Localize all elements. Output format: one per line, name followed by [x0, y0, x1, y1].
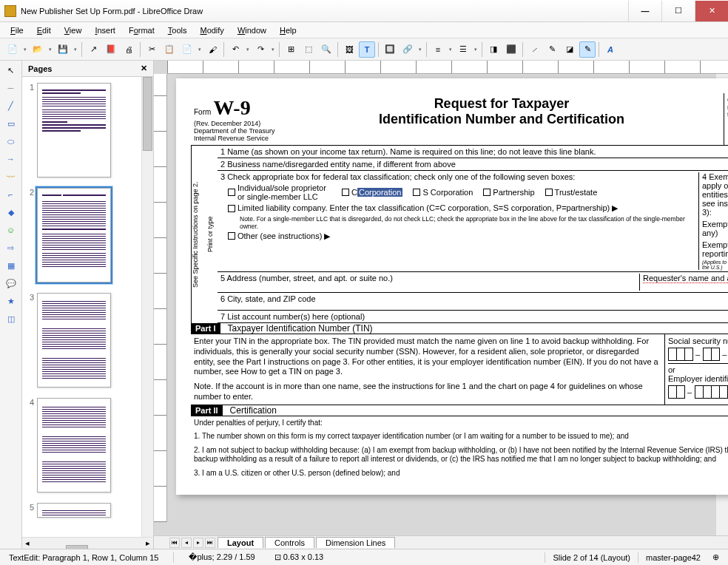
new-dropdown[interactable]: ▾ — [22, 47, 28, 53]
tab-controls[interactable]: Controls — [265, 537, 314, 548]
paste-button[interactable]: 📄 — [179, 41, 195, 58]
toggle-button[interactable]: ✎ — [579, 41, 596, 58]
redo-button[interactable]: ↷ — [252, 41, 269, 58]
select-tool[interactable]: ↖ — [3, 64, 19, 77]
fontwork2-button[interactable]: A — [602, 41, 619, 58]
ellipse-tool[interactable]: ⬭ — [3, 135, 19, 148]
star-tool[interactable]: ★ — [3, 294, 19, 308]
check-individual[interactable]: Individual/sole proprietor or single-mem… — [228, 183, 331, 201]
menu-view[interactable]: View — [58, 24, 88, 36]
export-button[interactable]: ↗ — [85, 41, 101, 58]
form-label: Form — [194, 108, 211, 116]
grid-button[interactable]: ⊞ — [283, 41, 299, 58]
export-pdf-button[interactable]: 📕 — [103, 41, 119, 58]
page-num: 4 — [27, 398, 37, 493]
block-arrow-tool[interactable]: ⇨ — [3, 241, 19, 254]
arrow-tool[interactable]: → — [3, 152, 19, 166]
save-button[interactable]: 💾 — [55, 41, 71, 58]
check-trust[interactable]: Trust/estate — [545, 183, 598, 201]
smiley-tool[interactable]: ☺ — [3, 223, 19, 237]
menu-modify[interactable]: Modify — [194, 24, 229, 36]
fit-page-icon[interactable]: ⊕ — [708, 552, 724, 562]
or-label: or — [668, 363, 728, 374]
shapes-tool[interactable]: ◆ — [3, 206, 19, 219]
copy-button[interactable]: 📋 — [161, 41, 178, 58]
shadow-button[interactable]: ◨ — [485, 41, 502, 58]
hyperlink-button[interactable]: 🔗 — [400, 41, 416, 58]
check-other[interactable]: Other (see instructions) ▶ — [228, 231, 330, 241]
tab-nav-prev[interactable]: ◂ — [181, 538, 192, 548]
edit-points-button[interactable]: ⟋ — [526, 41, 542, 58]
pages-hscroll[interactable]: ◂ ▸ — [22, 537, 153, 549]
toolbar: 📄▾ 📂▾ 💾▾ ↗ 📕 🖨 ✂ 📋 📄▾ 🖌 ↶▾ ↷▾ ⊞ ⬚ 🔍 🖼 T … — [0, 38, 728, 61]
tab-nav-first[interactable]: ⏮ — [169, 538, 180, 548]
snap-button[interactable]: ⬚ — [300, 41, 317, 58]
redo-dropdown[interactable]: ▾ — [270, 47, 276, 53]
page-thumb-1[interactable] — [37, 83, 111, 177]
zoom-button[interactable]: 🔍 — [318, 41, 334, 58]
open-button[interactable]: 📂 — [30, 41, 46, 58]
maximize-button[interactable]: ☐ — [661, 1, 695, 21]
tab-nav-last[interactable]: ⏭ — [205, 538, 215, 548]
menu-format[interactable]: Format — [123, 24, 161, 36]
crop-button[interactable]: ⬛ — [503, 41, 519, 58]
ssn-boxes[interactable]: – – — [668, 348, 728, 361]
callout-tool[interactable]: 💬 — [3, 277, 19, 290]
glue-button[interactable]: ✎ — [544, 41, 560, 58]
undo-button[interactable]: ↶ — [227, 41, 243, 58]
clone-button[interactable]: 🖌 — [204, 41, 220, 58]
page-thumb-3[interactable] — [37, 293, 111, 388]
print-button[interactable]: 🖨 — [121, 41, 137, 58]
line-tool[interactable]: ─ — [3, 81, 19, 95]
cut-button[interactable]: ✂ — [144, 41, 160, 58]
status-master[interactable]: master-page42 — [641, 553, 705, 562]
curve-tool[interactable]: 〰 — [3, 170, 19, 183]
tab-layout[interactable]: Layout — [218, 537, 263, 548]
image-button[interactable]: 🖼 — [341, 41, 357, 58]
page-content[interactable]: Form W-9 (Rev. December 2014) Department… — [176, 78, 728, 495]
menu-edit[interactable]: Edit — [31, 24, 57, 36]
horizontal-ruler[interactable] — [167, 61, 728, 74]
menu-window[interactable]: Window — [232, 24, 272, 36]
check-ccorp[interactable]: C Corporation — [342, 183, 402, 201]
page-num: 5 — [27, 503, 37, 518]
fontwork-button[interactable]: 🔲 — [382, 41, 398, 58]
menu-file[interactable]: File — [4, 24, 30, 36]
line2-tool[interactable]: ╱ — [3, 99, 19, 112]
tab-nav-next[interactable]: ▸ — [193, 538, 203, 548]
ein-boxes[interactable]: – — [668, 385, 728, 399]
check-llc[interactable]: Limited liability company. Enter the tax… — [228, 203, 618, 213]
selected-text[interactable]: Corporation — [357, 188, 402, 197]
pages-close-icon[interactable]: ✕ — [141, 64, 147, 73]
check-partnership[interactable]: Partnership — [483, 183, 534, 201]
flowchart-tool[interactable]: ▦ — [3, 259, 19, 272]
save-dropdown[interactable]: ▾ — [73, 47, 78, 53]
page-thumb-5[interactable] — [37, 503, 111, 518]
status-textedit: TextEdit: Paragraph 1, Row 1, Column 15 — [4, 553, 163, 562]
canvas[interactable]: Form W-9 (Rev. December 2014) Department… — [154, 74, 728, 535]
tab-dimension[interactable]: Dimension Lines — [316, 537, 395, 548]
menu-insert[interactable]: Insert — [89, 24, 121, 36]
undo-dropdown[interactable]: ▾ — [245, 47, 251, 53]
menu-help[interactable]: Help — [274, 24, 303, 36]
page-thumb-2[interactable] — [37, 188, 111, 282]
arrange-button[interactable]: ☰ — [455, 41, 471, 58]
pages-list[interactable]: 1 2 3 — [22, 77, 153, 537]
extrusion-button[interactable]: ◪ — [562, 41, 578, 58]
new-button[interactable]: 📄 — [4, 41, 21, 58]
paste-dropdown[interactable]: ▾ — [197, 47, 203, 53]
rect-tool[interactable]: ▭ — [3, 117, 19, 130]
page-thumb-4[interactable] — [37, 398, 111, 493]
check-scorp[interactable]: S Corporation — [413, 183, 473, 201]
align-button[interactable]: ≡ — [430, 41, 446, 58]
textbox-button[interactable]: T — [359, 41, 375, 58]
menu-tools[interactable]: Tools — [162, 24, 193, 36]
tin-note: Note. If the account is in more than one… — [194, 382, 660, 402]
connector-tool[interactable]: ⌐ — [3, 188, 19, 201]
close-button[interactable]: ✕ — [695, 1, 728, 21]
minimize-button[interactable]: — — [628, 1, 661, 21]
open-dropdown[interactable]: ▾ — [47, 47, 53, 53]
pages-vscroll[interactable] — [141, 77, 153, 537]
statusbar: TextEdit: Paragraph 1, Row 1, Column 15 … — [0, 549, 728, 565]
3d-tool[interactable]: ◫ — [3, 312, 19, 325]
